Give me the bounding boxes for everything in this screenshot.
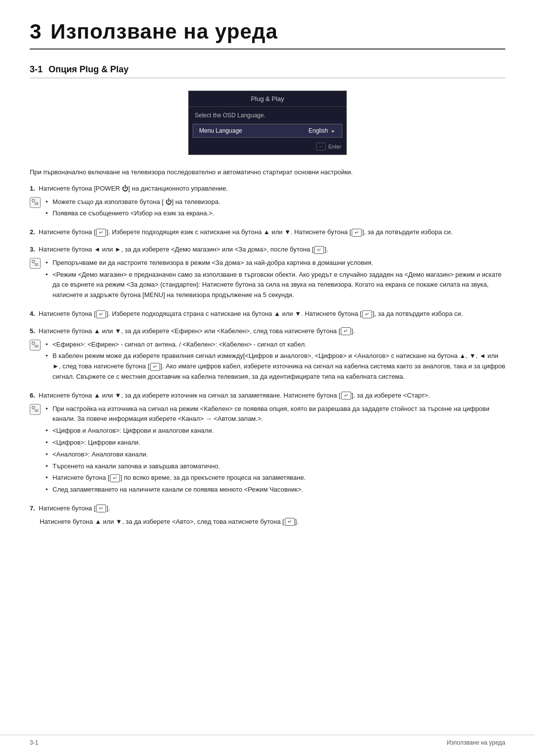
- step-7: 7. Натиснете бутона [↵]. Натиснете бутон…: [30, 504, 505, 527]
- step-1-bullets: Можете също да използвате бутона [ ⏻] на…: [45, 197, 505, 221]
- step-1-bullet-2: Появява се съобщението <Избор на език за…: [45, 208, 505, 219]
- step-5: 5. Натиснете бутона ▲ или ▼, за да избер…: [30, 326, 505, 384]
- enter-icon-6: ↵: [341, 392, 351, 400]
- osd-row-label: Menu Language: [199, 127, 242, 134]
- step-6-bullet-6: Натиснете бутона [↵] по всяко време, за …: [45, 473, 505, 483]
- enter-icon-3: ↵: [314, 246, 324, 254]
- step-3: 3. Натиснете бутона ◄ или ►, за да избер…: [30, 245, 505, 302]
- step-5-bullet-2: В кабелен режим може да изберете правилн…: [45, 351, 505, 382]
- svg-point-9: [32, 406, 35, 408]
- osd-enter-label: Enter: [328, 144, 341, 150]
- step-7-text: 7. Натиснете бутона [↵].: [30, 504, 505, 514]
- step-2-text: 2. Натиснете бутона [↵]. Изберете подход…: [30, 227, 505, 238]
- step-6: 6. Натиснете бутона ▲ или ▼, за да избер…: [30, 391, 505, 497]
- enter-icon-7: ↵: [96, 504, 106, 512]
- step-4: 4. Натиснете бутона [↵]. Изберете подход…: [30, 309, 505, 319]
- step-2: 2. Натиснете бутона [↵]. Изберете подход…: [30, 227, 505, 238]
- step-3-text: 3. Натиснете бутона ◄ или ►, за да избер…: [30, 245, 505, 255]
- enter-icon-2: ↵: [96, 229, 106, 237]
- osd-menu-box: Plug & Play Select the OSD Language. Men…: [188, 91, 347, 155]
- osd-menu-wrapper: Plug & Play Select the OSD Language. Men…: [30, 91, 505, 155]
- enter-icon-4: ↵: [96, 310, 106, 318]
- step-1: 1. Натиснете бутона [POWER ⏻] на дистанц…: [30, 184, 505, 220]
- step-5-bullets: <Ефирен>: <Ефирен> - сигнал от антена. /…: [45, 340, 505, 384]
- step-1-bullet-1: Можете също да използвате бутона [ ⏻] на…: [45, 197, 505, 207]
- step-6-bullet-4: <Аналогов>: Аналогови канали.: [45, 450, 505, 460]
- osd-language-row[interactable]: Menu Language English ►: [193, 124, 342, 138]
- page-footer: 3-1 Използване на уреда: [0, 735, 535, 746]
- step-5-bullet-1: <Ефирен>: <Ефирен> - сигнал от антена. /…: [45, 340, 505, 350]
- note-icon-5: [30, 340, 41, 384]
- step-5-text: 5. Натиснете бутона ▲ или ▼, за да избер…: [30, 326, 505, 337]
- step-3-bullets: Препоръчваме ви да настроите телевизора …: [45, 258, 505, 302]
- osd-subtitle: Select the OSD Language.: [189, 107, 346, 122]
- osd-bottom-bar: ↵ Enter: [189, 140, 346, 154]
- note-icon-6: [30, 404, 41, 497]
- svg-point-6: [32, 342, 35, 344]
- osd-arrow-right: ►: [331, 128, 336, 134]
- step-5-note: <Ефирен>: <Ефирен> - сигнал от антена. /…: [30, 340, 505, 384]
- section-number: 3-1: [30, 64, 43, 75]
- enter-icon: ↵: [316, 143, 326, 151]
- step-3-note: Препоръчваме ви да настроите телевизора …: [30, 258, 505, 302]
- step-6-text: 6. Натиснете бутона ▲ или ▼, за да избер…: [30, 391, 505, 401]
- section-title: Опция Plug & Play: [49, 64, 129, 75]
- enter-icon-7b: ↵: [285, 518, 295, 526]
- step-6-note: При настройка на източника на сигнал на …: [30, 404, 505, 497]
- svg-point-3: [32, 260, 35, 262]
- step-6-bullet-1: При настройка на източника на сигнал на …: [45, 404, 505, 425]
- step-6-bullet-2: <Цифров и Аналогов>: Цифрови и аналогови…: [45, 426, 505, 436]
- enter-icon-5: ↵: [341, 327, 351, 335]
- step-1-note: Можете също да използвате бутона [ ⏻] на…: [30, 197, 505, 221]
- steps-container: 1. Натиснете бутона [POWER ⏻] на дистанц…: [30, 184, 505, 527]
- step-1-text: 1. Натиснете бутона [POWER ⏻] на дистанц…: [30, 184, 505, 194]
- enter-icon-5b: ↵: [150, 363, 160, 371]
- note-icon-1: [30, 197, 41, 221]
- enter-icon-2b: ↵: [352, 229, 362, 237]
- step-3-bullet-1: Препоръчваме ви да настроите телевизора …: [45, 258, 505, 268]
- step-6-bullets: При настройка на източника на сигнал на …: [45, 404, 505, 497]
- step-6-bullet-5: Търсенето на канали започва и завършва а…: [45, 461, 505, 472]
- enter-icon-4b: ↵: [362, 310, 372, 318]
- chapter-number: 3: [30, 20, 41, 43]
- footer-right: Използване на уреда: [447, 739, 505, 746]
- osd-title: Plug & Play: [189, 91, 346, 107]
- chapter-title: Използване на уреда: [51, 20, 278, 43]
- step-3-bullet-2: <Режим <Демо магазин> е предназначен сам…: [45, 270, 505, 301]
- svg-point-0: [32, 199, 35, 202]
- step-7-sub: Натиснете бутона ▲ или ▼, за да изберете…: [30, 517, 505, 527]
- step-6-bullet-3: <Цифров>: Цифрови канали.: [45, 438, 505, 448]
- note-icon-3: [30, 258, 41, 302]
- footer-left: 3-1: [30, 739, 38, 746]
- intro-paragraph: При първоначално включване на телевизора…: [30, 167, 505, 178]
- chapter-header: 3 Използване на уреда: [30, 20, 505, 50]
- enter-icon-6b: ↵: [110, 474, 120, 482]
- step-4-text: 4. Натиснете бутона [↵]. Изберете подход…: [30, 309, 505, 319]
- section-header: 3-1 Опция Plug & Play: [30, 64, 505, 78]
- osd-row-value: English ►: [309, 127, 336, 134]
- step-6-bullet-7: След запаметяването на наличните канали …: [45, 485, 505, 495]
